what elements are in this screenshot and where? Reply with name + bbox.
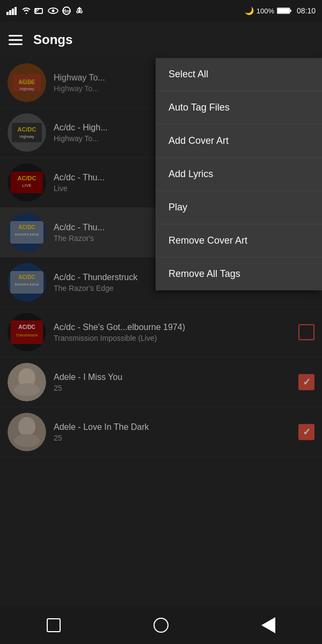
battery-icon bbox=[277, 7, 292, 14]
menu-item-remove-cover-art[interactable]: Remove Cover Art bbox=[156, 224, 322, 258]
svg-text:lfm: lfm bbox=[63, 9, 70, 14]
lastfm-icon: lfm bbox=[61, 6, 72, 15]
svg-rect-3 bbox=[14, 7, 17, 15]
eye-icon bbox=[48, 6, 58, 15]
square-icon bbox=[47, 618, 61, 632]
svg-point-10 bbox=[77, 11, 79, 13]
status-right: 🌙 100% 08:10 bbox=[245, 6, 316, 15]
wifi-icon bbox=[21, 6, 32, 15]
menu-item-select-all[interactable]: Select All bbox=[156, 58, 322, 91]
svg-rect-14 bbox=[290, 10, 291, 12]
cast-icon bbox=[34, 6, 45, 15]
menu-item-add-cover-art[interactable]: Add Cover Art bbox=[156, 125, 322, 158]
moon-icon: 🌙 bbox=[245, 6, 254, 15]
svg-rect-13 bbox=[277, 9, 289, 13]
svg-rect-2 bbox=[12, 9, 14, 15]
svg-rect-0 bbox=[6, 12, 9, 15]
menu-item-add-lyrics[interactable]: Add Lyrics bbox=[156, 158, 322, 191]
context-menu: Select All Auto Tag Files Add Cover Art … bbox=[156, 58, 322, 290]
nav-recent-button[interactable] bbox=[260, 617, 277, 634]
menu-item-remove-all-tags[interactable]: Remove All Tags bbox=[156, 258, 322, 290]
time-display: 08:10 bbox=[297, 6, 316, 15]
nav-home-button[interactable] bbox=[45, 617, 62, 634]
menu-item-auto-tag[interactable]: Auto Tag Files bbox=[156, 91, 322, 125]
svg-rect-1 bbox=[9, 10, 11, 15]
svg-point-11 bbox=[80, 11, 82, 13]
app-header: Songs bbox=[0, 21, 322, 58]
page-title: Songs bbox=[33, 32, 72, 47]
usb-icon bbox=[75, 6, 84, 15]
menu-item-play[interactable]: Play bbox=[156, 191, 322, 224]
signal-icon bbox=[6, 6, 18, 15]
status-left: lfm bbox=[6, 6, 84, 15]
menu-button[interactable] bbox=[9, 35, 23, 45]
status-bar: lfm 🌙 100% 08:10 bbox=[0, 0, 322, 21]
svg-point-6 bbox=[52, 10, 55, 12]
triangle-icon bbox=[261, 617, 275, 633]
battery-text: 100% bbox=[257, 7, 274, 15]
circle-icon bbox=[153, 618, 169, 633]
navigation-bar bbox=[0, 606, 322, 644]
nav-back-button[interactable] bbox=[152, 617, 170, 634]
